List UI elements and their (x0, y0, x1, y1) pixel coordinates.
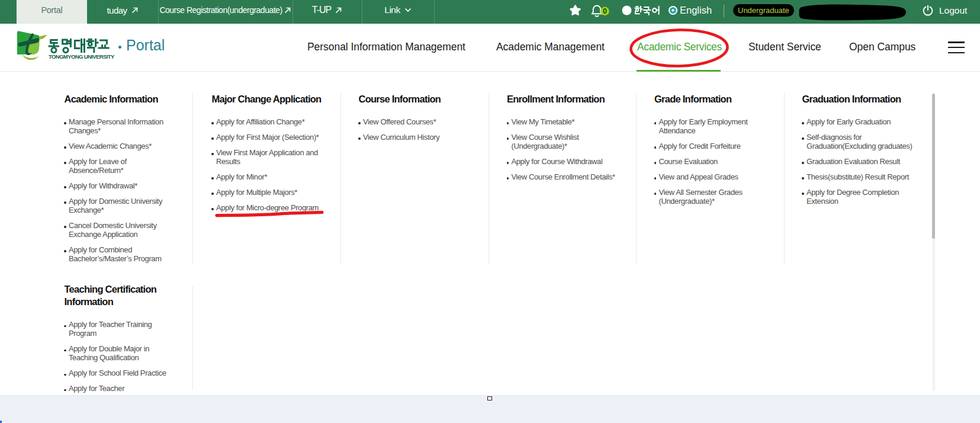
svg-text:0: 0 (603, 7, 607, 15)
